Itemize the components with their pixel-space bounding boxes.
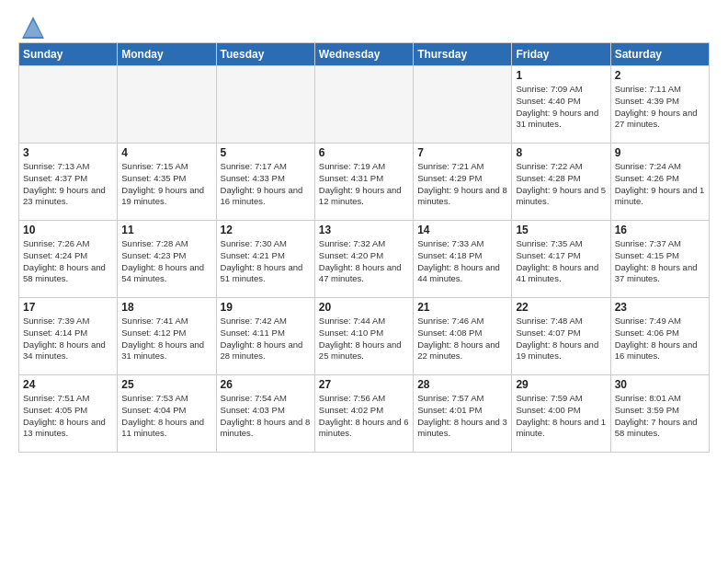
day-info: Sunrise: 7:46 AM Sunset: 4:08 PM Dayligh… <box>417 316 507 362</box>
week-row-1: 1Sunrise: 7:09 AM Sunset: 4:40 PM Daylig… <box>19 66 710 144</box>
calendar-cell: 18Sunrise: 7:41 AM Sunset: 4:12 PM Dayli… <box>118 298 216 375</box>
calendar-cell: 27Sunrise: 7:56 AM Sunset: 4:02 PM Dayli… <box>314 375 413 453</box>
day-number: 10 <box>23 224 113 236</box>
day-info: Sunrise: 7:19 AM Sunset: 4:31 PM Dayligh… <box>319 161 409 208</box>
day-number: 4 <box>121 146 211 159</box>
day-info: Sunrise: 7:56 AM Sunset: 4:02 PM Dayligh… <box>319 393 409 440</box>
calendar-cell: 2Sunrise: 7:11 AM Sunset: 4:39 PM Daylig… <box>610 66 709 144</box>
weekday-header-friday: Friday <box>512 43 610 66</box>
day-number: 27 <box>319 378 409 391</box>
calendar-cell: 15Sunrise: 7:35 AM Sunset: 4:17 PM Dayli… <box>512 221 610 298</box>
week-row-3: 10Sunrise: 7:26 AM Sunset: 4:24 PM Dayli… <box>19 221 710 298</box>
day-number: 2 <box>615 69 705 82</box>
day-info: Sunrise: 7:37 AM Sunset: 4:15 PM Dayligh… <box>615 238 705 285</box>
logo <box>18 15 46 35</box>
day-info: Sunrise: 7:41 AM Sunset: 4:12 PM Dayligh… <box>121 316 211 362</box>
week-row-4: 17Sunrise: 7:39 AM Sunset: 4:14 PM Dayli… <box>19 298 710 375</box>
day-info: Sunrise: 7:51 AM Sunset: 4:05 PM Dayligh… <box>23 393 113 440</box>
day-number: 12 <box>221 224 311 236</box>
day-info: Sunrise: 7:21 AM Sunset: 4:29 PM Dayligh… <box>417 161 507 208</box>
day-info: Sunrise: 7:11 AM Sunset: 4:39 PM Dayligh… <box>615 84 705 131</box>
weekday-header-wednesday: Wednesday <box>314 43 413 66</box>
calendar-cell: 12Sunrise: 7:30 AM Sunset: 4:21 PM Dayli… <box>216 221 314 298</box>
week-row-5: 24Sunrise: 7:51 AM Sunset: 4:05 PM Dayli… <box>19 375 710 453</box>
weekday-header-thursday: Thursday <box>414 43 512 66</box>
day-info: Sunrise: 7:49 AM Sunset: 4:06 PM Dayligh… <box>615 316 705 362</box>
day-info: Sunrise: 7:42 AM Sunset: 4:11 PM Dayligh… <box>221 316 311 362</box>
day-info: Sunrise: 7:35 AM Sunset: 4:17 PM Dayligh… <box>516 238 606 285</box>
day-number: 26 <box>221 378 311 391</box>
day-number: 19 <box>221 301 311 314</box>
day-number: 22 <box>516 301 606 314</box>
calendar-cell: 16Sunrise: 7:37 AM Sunset: 4:15 PM Dayli… <box>610 221 709 298</box>
day-info: Sunrise: 8:01 AM Sunset: 3:59 PM Dayligh… <box>615 393 705 440</box>
day-number: 17 <box>23 301 113 314</box>
day-info: Sunrise: 7:54 AM Sunset: 4:03 PM Dayligh… <box>221 393 311 440</box>
calendar-cell: 21Sunrise: 7:46 AM Sunset: 4:08 PM Dayli… <box>414 298 512 375</box>
day-number: 30 <box>615 378 705 391</box>
day-info: Sunrise: 7:17 AM Sunset: 4:33 PM Dayligh… <box>221 161 311 208</box>
day-number: 8 <box>516 146 606 159</box>
day-info: Sunrise: 7:28 AM Sunset: 4:23 PM Dayligh… <box>121 238 211 285</box>
day-number: 1 <box>516 69 606 82</box>
calendar-cell <box>314 66 413 144</box>
calendar-cell: 25Sunrise: 7:53 AM Sunset: 4:04 PM Dayli… <box>118 375 216 453</box>
calendar-cell: 14Sunrise: 7:33 AM Sunset: 4:18 PM Dayli… <box>414 221 512 298</box>
calendar-cell: 30Sunrise: 8:01 AM Sunset: 3:59 PM Dayli… <box>610 375 709 453</box>
day-info: Sunrise: 7:13 AM Sunset: 4:37 PM Dayligh… <box>23 161 113 208</box>
day-number: 5 <box>221 146 311 159</box>
calendar-cell: 11Sunrise: 7:28 AM Sunset: 4:23 PM Dayli… <box>118 221 216 298</box>
calendar-cell: 8Sunrise: 7:22 AM Sunset: 4:28 PM Daylig… <box>512 144 610 221</box>
svg-marker-1 <box>24 20 42 37</box>
calendar-cell: 19Sunrise: 7:42 AM Sunset: 4:11 PM Dayli… <box>216 298 314 375</box>
day-info: Sunrise: 7:24 AM Sunset: 4:26 PM Dayligh… <box>615 161 705 208</box>
day-number: 15 <box>516 224 606 236</box>
day-info: Sunrise: 7:32 AM Sunset: 4:20 PM Dayligh… <box>319 238 409 285</box>
calendar-cell: 17Sunrise: 7:39 AM Sunset: 4:14 PM Dayli… <box>19 298 118 375</box>
day-number: 25 <box>121 378 211 391</box>
calendar-cell: 29Sunrise: 7:59 AM Sunset: 4:00 PM Dayli… <box>512 375 610 453</box>
day-number: 18 <box>121 301 211 314</box>
day-number: 6 <box>319 146 409 159</box>
calendar-cell: 10Sunrise: 7:26 AM Sunset: 4:24 PM Dayli… <box>19 221 118 298</box>
calendar-cell: 23Sunrise: 7:49 AM Sunset: 4:06 PM Dayli… <box>610 298 709 375</box>
day-info: Sunrise: 7:59 AM Sunset: 4:00 PM Dayligh… <box>516 393 606 440</box>
day-number: 3 <box>23 146 113 159</box>
day-number: 9 <box>615 146 705 159</box>
weekday-header-saturday: Saturday <box>610 43 709 66</box>
day-info: Sunrise: 7:15 AM Sunset: 4:35 PM Dayligh… <box>121 161 211 208</box>
calendar-cell: 6Sunrise: 7:19 AM Sunset: 4:31 PM Daylig… <box>314 144 413 221</box>
calendar-cell: 20Sunrise: 7:44 AM Sunset: 4:10 PM Dayli… <box>314 298 413 375</box>
day-number: 13 <box>319 224 409 236</box>
calendar-cell: 3Sunrise: 7:13 AM Sunset: 4:37 PM Daylig… <box>19 144 118 221</box>
day-info: Sunrise: 7:39 AM Sunset: 4:14 PM Dayligh… <box>23 316 113 362</box>
calendar-cell: 7Sunrise: 7:21 AM Sunset: 4:29 PM Daylig… <box>414 144 512 221</box>
calendar-cell <box>118 66 216 144</box>
day-number: 29 <box>516 378 606 391</box>
calendar-cell: 4Sunrise: 7:15 AM Sunset: 4:35 PM Daylig… <box>118 144 216 221</box>
day-number: 21 <box>417 301 507 314</box>
calendar-cell: 13Sunrise: 7:32 AM Sunset: 4:20 PM Dayli… <box>314 221 413 298</box>
calendar-cell <box>216 66 314 144</box>
day-number: 14 <box>417 224 507 236</box>
day-number: 11 <box>121 224 211 236</box>
calendar-cell: 26Sunrise: 7:54 AM Sunset: 4:03 PM Dayli… <box>216 375 314 453</box>
day-info: Sunrise: 7:30 AM Sunset: 4:21 PM Dayligh… <box>221 238 311 285</box>
day-number: 28 <box>417 378 507 391</box>
calendar-table: SundayMondayTuesdayWednesdayThursdayFrid… <box>18 42 710 453</box>
calendar-cell: 9Sunrise: 7:24 AM Sunset: 4:26 PM Daylig… <box>610 144 709 221</box>
calendar-cell: 1Sunrise: 7:09 AM Sunset: 4:40 PM Daylig… <box>512 66 610 144</box>
day-info: Sunrise: 7:53 AM Sunset: 4:04 PM Dayligh… <box>121 393 211 440</box>
day-number: 16 <box>615 224 705 236</box>
logo-icon <box>20 15 46 40</box>
day-number: 20 <box>319 301 409 314</box>
day-info: Sunrise: 7:44 AM Sunset: 4:10 PM Dayligh… <box>319 316 409 362</box>
week-row-2: 3Sunrise: 7:13 AM Sunset: 4:37 PM Daylig… <box>19 144 710 221</box>
day-number: 24 <box>23 378 113 391</box>
day-info: Sunrise: 7:48 AM Sunset: 4:07 PM Dayligh… <box>516 316 606 362</box>
day-info: Sunrise: 7:09 AM Sunset: 4:40 PM Dayligh… <box>516 84 606 131</box>
calendar-cell: 22Sunrise: 7:48 AM Sunset: 4:07 PM Dayli… <box>512 298 610 375</box>
calendar-cell: 24Sunrise: 7:51 AM Sunset: 4:05 PM Dayli… <box>19 375 118 453</box>
weekday-header-sunday: Sunday <box>19 43 118 66</box>
day-info: Sunrise: 7:33 AM Sunset: 4:18 PM Dayligh… <box>417 238 507 285</box>
